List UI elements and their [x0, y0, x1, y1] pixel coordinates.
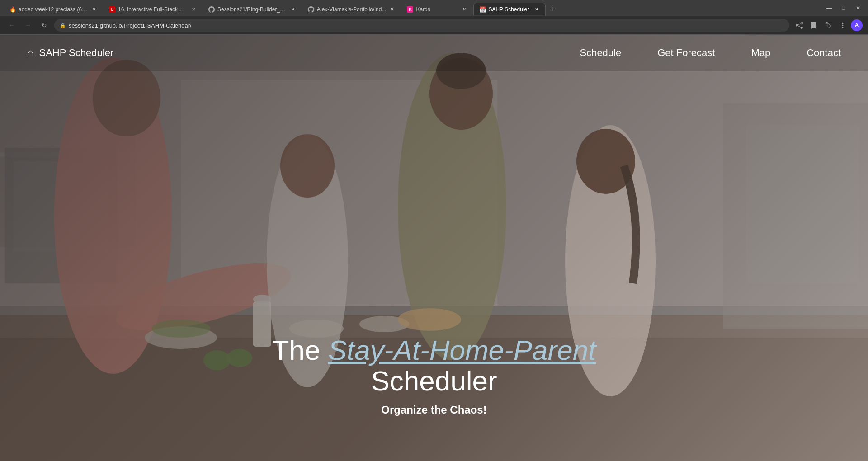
tab-4-title: Alex-Vlamakis-Portfolio/ind... — [317, 6, 386, 13]
nav-get-forecast[interactable]: Get Forecast — [657, 47, 715, 59]
tab-4-favicon — [308, 6, 314, 13]
brand-name: SAHP Scheduler — [39, 47, 114, 59]
tab-4[interactable]: Alex-Vlamakis-Portfolio/ind... ✕ — [302, 3, 401, 15]
browser-controls-row: ← → ↻ 🔒 sessions21.github.io/Project1-SA… — [0, 16, 868, 34]
tab-1-favicon: 🔥 — [9, 6, 16, 13]
navigation: ⌂ SAHP Scheduler Schedule Get Forecast M… — [0, 35, 868, 71]
nav-map[interactable]: Map — [751, 47, 770, 59]
extensions-button[interactable] — [822, 19, 835, 32]
tab-2-title: 16. Interactive Full-Stack Pr... — [118, 6, 188, 13]
hero-text-block: The Stay-At-Home-Parent Scheduler Organi… — [231, 335, 637, 416]
tab-3-close[interactable]: ✕ — [290, 6, 296, 13]
nav-links: Schedule Get Forecast Map Contact — [580, 47, 841, 59]
tab-5-close[interactable]: ✕ — [461, 6, 467, 13]
browser-chrome: 🔥 added week12 preclass (6b... ✕ U 16. I… — [0, 0, 868, 35]
lock-icon: 🔒 — [60, 23, 66, 28]
share-button[interactable] — [793, 19, 806, 32]
tab-2-favicon: U — [109, 6, 115, 13]
home-icon: ⌂ — [27, 47, 34, 59]
tab-6-close[interactable]: ✕ — [533, 6, 540, 13]
tab-6-active[interactable]: 📅 SAHP Scheduler ✕ — [473, 3, 546, 15]
reload-button[interactable]: ↻ — [38, 19, 51, 32]
address-text: sessions21.github.io/Project1-SAHM-Calen… — [69, 22, 192, 29]
back-button[interactable]: ← — [5, 19, 18, 32]
browser-actions: A — [793, 19, 863, 32]
tab-bar: 🔥 added week12 preclass (6b... ✕ U 16. I… — [0, 0, 868, 16]
tab-2[interactable]: U 16. Interactive Full-Stack Pr... ✕ — [103, 3, 203, 15]
tab-3-favicon — [208, 6, 215, 13]
tab-5[interactable]: K Kards ✕ — [401, 3, 473, 15]
window-controls: — □ ✕ — [823, 2, 864, 14]
close-window-button[interactable]: ✕ — [852, 2, 864, 14]
tab-3-title: Sessions21/Ring-Builder_Pr... — [217, 6, 287, 13]
nav-contact[interactable]: Contact — [807, 47, 841, 59]
hero-title-prefix: The — [272, 334, 328, 366]
hero-title: The Stay-At-Home-Parent Scheduler — [231, 335, 637, 396]
tab-1-close[interactable]: ✕ — [91, 6, 97, 13]
website-content: ⌂ SAHP Scheduler Schedule Get Forecast M… — [0, 35, 868, 461]
profile-avatar[interactable]: A — [851, 19, 863, 31]
bookmark-button[interactable] — [807, 19, 820, 32]
tab-4-close[interactable]: ✕ — [389, 6, 395, 13]
tab-1-title: added week12 preclass (6b... — [19, 6, 88, 13]
tab-5-title: Kards — [416, 6, 458, 13]
tab-6-favicon: 📅 — [479, 6, 486, 13]
tab-2-close[interactable]: ✕ — [190, 6, 197, 13]
new-tab-button[interactable]: + — [546, 3, 558, 15]
tab-6-title: SAHP Scheduler — [488, 6, 531, 13]
nav-schedule[interactable]: Schedule — [580, 47, 621, 59]
tab-5-favicon: K — [407, 6, 413, 13]
minimize-button[interactable]: — — [823, 2, 835, 14]
tab-1[interactable]: 🔥 added week12 preclass (6b... ✕ — [4, 3, 103, 15]
more-button[interactable] — [836, 19, 849, 32]
forward-button[interactable]: → — [22, 19, 34, 32]
hero-section: ⌂ SAHP Scheduler Schedule Get Forecast M… — [0, 35, 868, 461]
nav-brand[interactable]: ⌂ SAHP Scheduler — [27, 47, 113, 59]
hero-title-suffix: Scheduler — [371, 365, 497, 396]
hero-title-highlight: Stay-At-Home-Parent — [328, 334, 596, 366]
tab-3[interactable]: Sessions21/Ring-Builder_Pr... ✕ — [203, 3, 302, 15]
maximize-button[interactable]: □ — [837, 2, 850, 14]
address-bar[interactable]: 🔒 sessions21.github.io/Project1-SAHM-Cal… — [54, 19, 789, 32]
hero-subtitle: Organize the Chaos! — [231, 404, 637, 416]
